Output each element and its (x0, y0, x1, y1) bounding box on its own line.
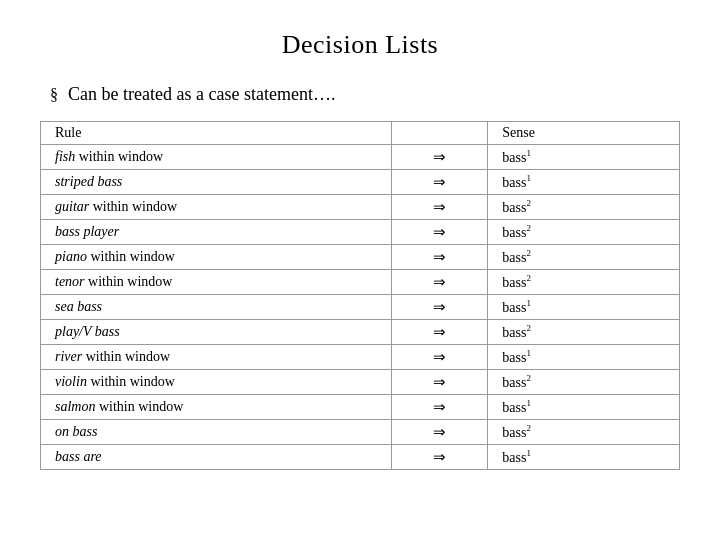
sense-cell: bass1 (488, 295, 680, 320)
arrow-cell: ⇒ (392, 420, 488, 445)
rule-cell: guitar within window (41, 195, 392, 220)
table-row: piano within window⇒bass2 (41, 245, 680, 270)
table-row: tenor within window⇒bass2 (41, 270, 680, 295)
rule-cell: river within window (41, 345, 392, 370)
arrow-cell: ⇒ (392, 145, 488, 170)
table-row: salmon within window⇒bass1 (41, 395, 680, 420)
subtitle-text: Can be treated as a case statement…. (68, 84, 335, 105)
arrow-cell: ⇒ (392, 345, 488, 370)
sense-cell: bass2 (488, 220, 680, 245)
table-row: play/V bass⇒bass2 (41, 320, 680, 345)
rule-cell: bass player (41, 220, 392, 245)
sense-cell: bass2 (488, 370, 680, 395)
rule-cell: sea bass (41, 295, 392, 320)
arrow-cell: ⇒ (392, 270, 488, 295)
rule-cell: piano within window (41, 245, 392, 270)
table-row: sea bass⇒bass1 (41, 295, 680, 320)
col-header-sense: Sense (488, 122, 680, 145)
col-header-rule: Rule (41, 122, 392, 145)
sense-cell: bass2 (488, 320, 680, 345)
sense-cell: bass2 (488, 420, 680, 445)
arrow-cell: ⇒ (392, 295, 488, 320)
rule-cell: striped bass (41, 170, 392, 195)
arrow-cell: ⇒ (392, 395, 488, 420)
sense-cell: bass1 (488, 170, 680, 195)
sense-cell: bass1 (488, 145, 680, 170)
table-row: striped bass⇒bass1 (41, 170, 680, 195)
rule-cell: fish within window (41, 145, 392, 170)
page-title: Decision Lists (282, 30, 439, 60)
sense-cell: bass2 (488, 195, 680, 220)
rule-cell: tenor within window (41, 270, 392, 295)
table-row: on bass⇒bass2 (41, 420, 680, 445)
sense-cell: bass2 (488, 245, 680, 270)
arrow-cell: ⇒ (392, 220, 488, 245)
sense-cell: bass1 (488, 445, 680, 470)
sense-cell: bass2 (488, 270, 680, 295)
arrow-cell: ⇒ (392, 370, 488, 395)
table-row: guitar within window⇒bass2 (41, 195, 680, 220)
bullet-section: § Can be treated as a case statement…. (40, 84, 680, 105)
rule-cell: violin within window (41, 370, 392, 395)
table-row: bass are⇒bass1 (41, 445, 680, 470)
rule-cell: on bass (41, 420, 392, 445)
sense-cell: bass1 (488, 345, 680, 370)
rule-cell: salmon within window (41, 395, 392, 420)
arrow-cell: ⇒ (392, 245, 488, 270)
table-row: violin within window⇒bass2 (41, 370, 680, 395)
arrow-cell: ⇒ (392, 445, 488, 470)
decision-table: Rule Sense fish within window⇒bass1strip… (40, 121, 680, 470)
table-row: fish within window⇒bass1 (41, 145, 680, 170)
table-row: river within window⇒bass1 (41, 345, 680, 370)
table-row: bass player⇒bass2 (41, 220, 680, 245)
arrow-cell: ⇒ (392, 195, 488, 220)
arrow-cell: ⇒ (392, 170, 488, 195)
rule-cell: bass are (41, 445, 392, 470)
sense-cell: bass1 (488, 395, 680, 420)
rule-cell: play/V bass (41, 320, 392, 345)
arrow-cell: ⇒ (392, 320, 488, 345)
col-header-arrow (392, 122, 488, 145)
bullet-symbol: § (50, 86, 58, 104)
